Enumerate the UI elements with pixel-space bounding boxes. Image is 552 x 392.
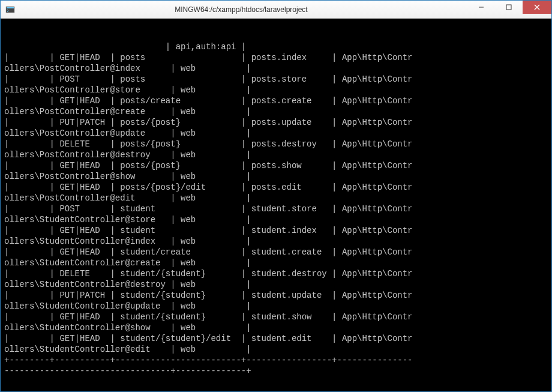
app-icon xyxy=(5,5,15,14)
window-controls xyxy=(467,1,551,18)
titlebar[interactable]: MINGW64:/c/xampp/htdocs/laravelproject xyxy=(1,1,551,19)
terminal-body[interactable]: | api,auth:api | | | GET|HEAD | posts | … xyxy=(1,19,551,391)
svg-rect-3 xyxy=(506,5,511,10)
svg-rect-1 xyxy=(7,7,14,8)
close-button[interactable] xyxy=(523,1,551,14)
maximize-button[interactable] xyxy=(495,1,523,14)
terminal-window: MINGW64:/c/xampp/htdocs/laravelproject |… xyxy=(0,0,552,392)
window-title: MINGW64:/c/xampp/htdocs/laravelproject xyxy=(15,5,467,14)
minimize-button[interactable] xyxy=(467,1,495,14)
terminal-output: | api,auth:api | | | GET|HEAD | posts | … xyxy=(4,41,548,376)
